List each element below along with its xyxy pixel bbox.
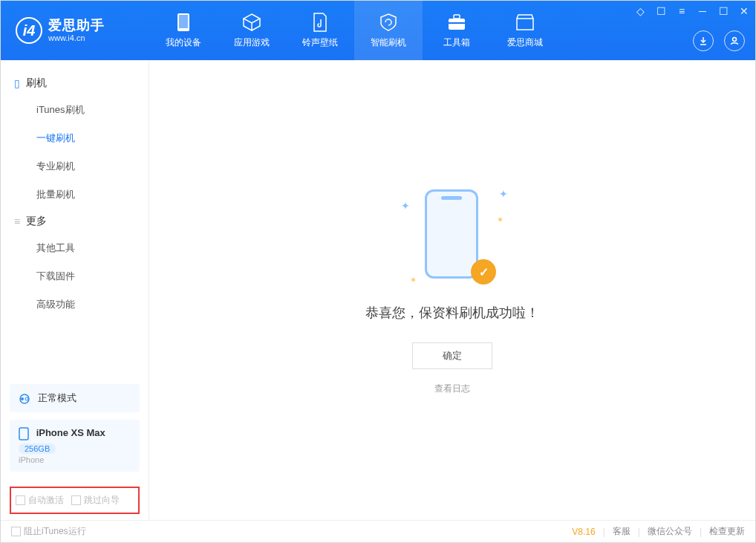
sidebar-group-more: ≡ 更多	[1, 209, 149, 234]
svg-point-5	[733, 38, 737, 42]
logo: i4 爱思助手 www.i4.cn	[1, 17, 149, 44]
sidebar-group-flash: ▯ 刷机	[1, 71, 149, 96]
auto-activate-checkbox[interactable]: 自动激活	[16, 494, 64, 507]
checkmark-badge-icon: ✓	[471, 259, 496, 284]
titlebar: i4 爱思助手 www.i4.cn 我的设备 应用游戏 铃声壁纸 智能刷机 工具…	[1, 1, 755, 60]
view-log-link[interactable]: 查看日志	[434, 383, 470, 395]
group-label: 刷机	[26, 77, 47, 90]
support-link[interactable]: 客服	[613, 525, 630, 538]
group-label: 更多	[26, 215, 47, 228]
svg-rect-9	[19, 428, 28, 440]
store-icon	[515, 13, 535, 32]
success-message: 恭喜您，保资料刷机成功啦！	[365, 304, 539, 322]
dot-icon	[498, 218, 502, 221]
nav-label: 我的设备	[166, 36, 201, 49]
nav-label: 智能刷机	[371, 36, 406, 49]
nav-ringtone-wallpaper[interactable]: 铃声壁纸	[286, 1, 354, 60]
sparkle-icon: ✦	[499, 188, 508, 200]
phone-graphic	[425, 189, 478, 279]
lock-icon[interactable]: ☐	[654, 5, 668, 17]
ok-button[interactable]: 确定	[412, 342, 492, 369]
svg-point-8	[25, 397, 28, 400]
sidebar-item-itunes-flash[interactable]: iTunes刷机	[1, 96, 149, 124]
block-itunes-checkbox[interactable]: 阻止iTunes运行	[11, 525, 86, 538]
sidebar-item-other-tools[interactable]: 其他工具	[1, 234, 149, 262]
device-info-card[interactable]: iPhone XS Max 256GB iPhone	[10, 420, 140, 472]
check-update-link[interactable]: 检查更新	[709, 525, 745, 538]
app-title: 爱思助手	[48, 19, 105, 33]
nav-apps-games[interactable]: 应用游戏	[218, 1, 286, 60]
skip-guide-checkbox[interactable]: 跳过向导	[71, 494, 120, 507]
nav-smart-flash[interactable]: 智能刷机	[354, 1, 423, 60]
maximize-button[interactable]: ☐	[717, 5, 730, 17]
download-button[interactable]	[693, 30, 714, 51]
tshirt-icon[interactable]: ◇	[633, 5, 647, 17]
sidebar-item-pro-flash[interactable]: 专业刷机	[1, 152, 149, 181]
cube-icon	[242, 13, 261, 32]
nav-label: 铃声壁纸	[302, 36, 338, 49]
logo-icon: i4	[16, 17, 42, 44]
device-type: iPhone	[19, 455, 131, 464]
music-file-icon	[310, 13, 330, 32]
device-storage-badge: 256GB	[19, 443, 56, 454]
menu-icon[interactable]: ≡	[675, 5, 688, 17]
device-icon	[19, 427, 29, 440]
device-mode-card[interactable]: 正常模式	[10, 384, 140, 412]
sidebar-item-download-firmware[interactable]: 下载固件	[1, 262, 149, 290]
sidebar-item-advanced[interactable]: 高级功能	[1, 290, 149, 319]
nav-store[interactable]: 爱思商城	[491, 1, 559, 60]
wechat-link[interactable]: 微信公众号	[648, 525, 692, 538]
user-controls	[693, 30, 745, 51]
phone-icon	[174, 13, 193, 32]
app-url: www.i4.cn	[48, 33, 105, 42]
mode-icon	[19, 393, 30, 405]
refresh-shield-icon	[379, 13, 398, 32]
svg-rect-2	[449, 19, 465, 30]
device-name: iPhone XS Max	[36, 427, 105, 438]
phone-outline-icon: ▯	[14, 77, 20, 89]
nav-label: 爱思商城	[507, 36, 543, 49]
sparkle-icon: ✦	[401, 200, 410, 212]
sidebar-item-oneclick-flash[interactable]: 一键刷机	[1, 124, 149, 152]
account-button[interactable]	[724, 30, 745, 51]
sidebar: ▯ 刷机 iTunes刷机 一键刷机 专业刷机 批量刷机 ≡ 更多 其他工具 下…	[1, 60, 149, 520]
close-button[interactable]: ✕	[737, 5, 751, 17]
mode-label: 正常模式	[38, 392, 76, 403]
window-controls: ◇ ☐ ≡ ─ ☐ ✕	[633, 5, 751, 17]
nav-toolbox[interactable]: 工具箱	[423, 1, 491, 60]
dot-icon	[411, 278, 415, 282]
sidebar-item-batch-flash[interactable]: 批量刷机	[1, 181, 149, 209]
top-nav: 我的设备 应用游戏 铃声壁纸 智能刷机 工具箱 爱思商城	[149, 1, 559, 60]
svg-rect-1	[179, 15, 188, 28]
svg-point-7	[21, 397, 24, 400]
svg-rect-4	[449, 22, 465, 24]
footer: 阻止iTunes运行 V8.16 | 客服 | 微信公众号 | 检查更新	[1, 520, 755, 542]
main-content: ✦ ✦ ✓ 恭喜您，保资料刷机成功啦！ 确定 查看日志	[149, 60, 755, 520]
minimize-button[interactable]: ─	[696, 5, 709, 17]
svg-rect-3	[454, 15, 460, 19]
version-label: V8.16	[572, 527, 595, 537]
toolbox-icon	[447, 13, 466, 32]
nav-label: 应用游戏	[234, 36, 270, 49]
options-highlight-box: 自动激活 跳过向导	[10, 487, 140, 514]
nav-my-device[interactable]: 我的设备	[149, 1, 218, 60]
success-illustration: ✦ ✦ ✓	[397, 185, 508, 289]
nav-label: 工具箱	[443, 36, 470, 49]
list-icon: ≡	[14, 215, 20, 227]
